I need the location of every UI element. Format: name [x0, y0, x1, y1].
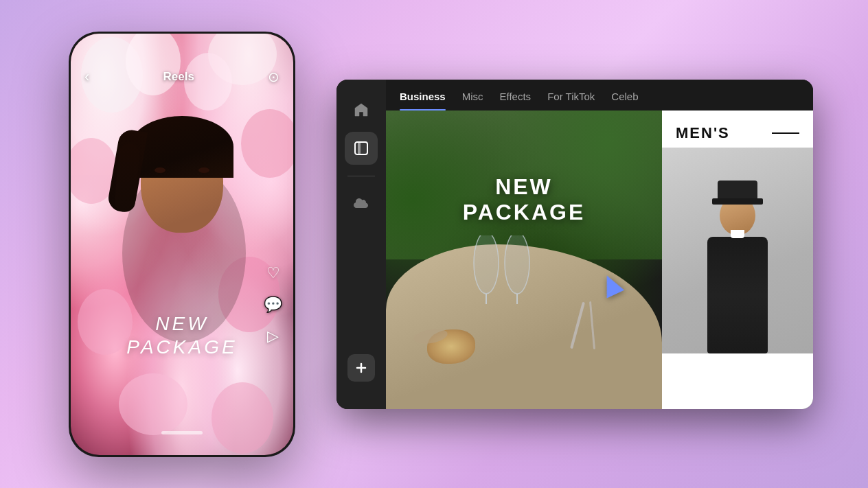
- glasses-svg: [469, 235, 538, 304]
- app-main: Business Misc Effects For TikTok Celeb: [386, 80, 813, 409]
- phone-text-overlay: NEW PACKAGE: [71, 312, 293, 358]
- back-button[interactable]: ‹: [84, 68, 89, 86]
- tab-tiktok[interactable]: For TikTok: [547, 91, 595, 111]
- main-card[interactable]: NEW PACKAGE: [386, 111, 662, 409]
- phone-screen: ‹ Reels ⊙ NEW PACKAGE ♡ 💬: [71, 34, 293, 455]
- svg-point-17: [505, 235, 529, 294]
- side-card-line: [772, 132, 799, 134]
- plus-svg-icon: [354, 361, 368, 375]
- svg-point-15: [474, 235, 499, 294]
- app-content: NEW PACKAGE MEN'S: [386, 111, 813, 409]
- phone-right-icons: ♡ 💬 ▷: [264, 264, 282, 345]
- fashion-figure: [707, 196, 768, 353]
- send-icon[interactable]: ▷: [267, 327, 279, 345]
- side-card-header: MEN'S: [662, 111, 813, 148]
- scene: ‹ Reels ⊙ NEW PACKAGE ♡ 💬: [0, 0, 868, 488]
- app-sidebar: [336, 80, 386, 409]
- side-card-title: MEN'S: [676, 124, 730, 142]
- svg-rect-11: [355, 142, 367, 154]
- tab-business[interactable]: Business: [400, 91, 446, 111]
- app-container: Business Misc Effects For TikTok Celeb: [336, 80, 813, 409]
- phone-bottom-bar: [161, 431, 203, 434]
- reels-header: ‹ Reels ⊙: [71, 34, 293, 94]
- comment-icon[interactable]: 💬: [264, 296, 282, 314]
- sidebar-home-icon[interactable]: [345, 93, 378, 126]
- tab-misc[interactable]: Misc: [462, 91, 483, 111]
- app-tabs: Business Misc Effects For TikTok Celeb: [386, 80, 813, 111]
- sidebar-divider: [347, 176, 375, 176]
- camera-icon[interactable]: ⊙: [268, 69, 279, 85]
- phone-mockup: ‹ Reels ⊙ NEW PACKAGE ♡ 💬: [69, 32, 295, 457]
- phone-content-overlay: ‹ Reels ⊙ NEW PACKAGE ♡ 💬: [71, 34, 293, 455]
- side-card-image: [662, 148, 813, 353]
- phone-frame: ‹ Reels ⊙ NEW PACKAGE ♡ 💬: [69, 32, 295, 457]
- home-svg-icon: [353, 102, 369, 118]
- side-card[interactable]: MEN'S: [662, 111, 813, 409]
- sidebar-add-button[interactable]: [347, 354, 375, 382]
- svg-rect-12: [358, 142, 361, 154]
- main-card-text: NEW PACKAGE: [463, 174, 586, 225]
- heart-icon[interactable]: ♡: [266, 264, 280, 282]
- tab-effects[interactable]: Effects: [500, 91, 532, 111]
- phone-new-package-text: NEW PACKAGE: [71, 312, 293, 358]
- layers-svg-icon: [352, 139, 370, 157]
- sidebar-cloud-icon[interactable]: [345, 187, 378, 220]
- sidebar-layers-icon[interactable]: [345, 132, 378, 165]
- reels-title: Reels: [163, 70, 194, 84]
- cloud-svg-icon: [352, 197, 370, 211]
- tab-celeb[interactable]: Celeb: [611, 91, 638, 111]
